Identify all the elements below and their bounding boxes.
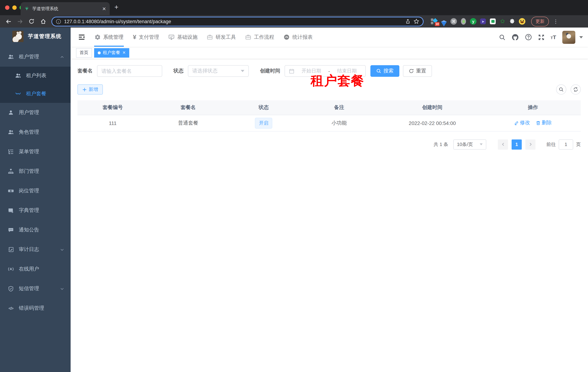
bookmark-star-icon[interactable] [413,19,419,24]
browser-tab[interactable]: 芋道管理系统 ✕ [21,2,110,15]
package-icon [15,91,21,97]
col-remark: 备注 [299,100,379,115]
sidebar-collapse-icon[interactable] [76,32,87,43]
app-title: 芋道管理系统 [28,33,62,40]
page-size-select[interactable]: 10条/页 [453,139,486,149]
topnav-item-dev-tools[interactable]: 研发工具 [202,28,241,47]
extension-y-icon[interactable]: y [470,18,476,25]
status-label: 状态 [173,68,184,74]
col-created: 创建时间 [379,100,485,115]
reset-button[interactable]: 重置 [403,65,432,77]
users-icon [8,54,14,60]
share-icon[interactable] [405,19,410,24]
close-window-button[interactable] [5,5,10,10]
site-info-icon[interactable] [56,19,61,24]
avatar-caret-icon[interactable] [579,36,583,38]
url-text[interactable]: 127.0.0.1:48080/admin-ui/system/tenant/p… [64,19,402,24]
forward-button[interactable] [15,17,25,26]
extension-shield-icon[interactable]: ➤ [480,18,486,25]
sidebar-item-menu-management[interactable]: 菜单管理 [0,142,71,161]
sidebar-item-online-users[interactable]: 在线用户 [0,259,71,279]
next-page-button[interactable] [525,139,536,149]
sidebar-item-error-code-management[interactable]: </> 错误码管理 [0,298,71,318]
home-button[interactable] [38,17,48,26]
sidebar-menu: 租户管理 租户列表 [0,47,71,318]
user-avatar[interactable] [562,31,575,44]
extension-star-icon[interactable]: ✩ [499,18,506,25]
app-logo[interactable]: 芋道管理系统 [0,28,71,45]
sidebar-item-notice-announcement[interactable]: 通知公告 [0,220,71,240]
fullscreen-icon[interactable] [538,34,544,40]
extension-oval-icon[interactable] [460,18,467,25]
sidebar-item-tenant-list[interactable]: 租户列表 [0,67,71,85]
edit-link[interactable]: 修改 [514,120,530,126]
font-size-icon[interactable]: TT [551,34,556,40]
tab-close-icon[interactable]: ✕ [102,6,106,11]
new-tab-button[interactable]: + [115,3,118,11]
status-select[interactable]: 请选择状态 [188,65,249,77]
prev-page-button[interactable] [498,139,508,149]
col-package-name: 套餐名 [148,100,229,115]
extension-chat-icon[interactable] [490,18,496,25]
search-icon [376,68,381,74]
extension-command-icon[interactable]: ⌘ [451,18,457,25]
back-button[interactable] [4,17,13,26]
reload-button[interactable] [27,17,36,26]
tab-title: 芋道管理系统 [32,6,99,12]
sidebar-item-label: 错误码管理 [19,305,44,311]
topnav-item-payment[interactable]: ¥ 支付管理 [128,28,164,47]
sidebar-item-role-management[interactable]: 角色管理 [0,122,71,142]
topnav-item-system[interactable]: 系统管理 [90,28,128,47]
tags-view-bar: 首页 租户套餐 ✕ [71,47,588,59]
tag-close-icon[interactable]: ✕ [122,50,126,55]
topnav-item-workflow[interactable]: 工作流程 [241,28,279,47]
search-button[interactable]: 搜索 [370,65,399,77]
extension-gem-icon[interactable] [441,18,447,25]
sidebar-item-label: 角色管理 [19,129,39,136]
sidebar-item-department-management[interactable]: 部门管理 [0,161,71,181]
sidebar-item-audit-log[interactable]: 审计日志 [0,240,71,259]
sidebar-item-dictionary-management[interactable]: 字典管理 [0,201,71,220]
org-tree-icon [8,169,14,174]
col-package-id: 套餐编号 [77,100,148,115]
roles-icon [8,129,14,135]
github-icon[interactable] [511,33,519,41]
browser-update-button[interactable]: 更新 [531,16,549,26]
tag-label: 租户套餐 [103,50,120,56]
calendar-icon [289,68,294,74]
sidebar: 芋道管理系统 租户管理 租 [0,28,71,372]
sidebar-item-user-management[interactable]: 用户管理 [0,103,71,122]
sidebar-item-post-management[interactable]: 岗位管理 [0,181,71,201]
package-table: 套餐编号 套餐名 状态 备注 创建时间 操作 111 普通套餐 开启 [77,100,581,131]
topnav-item-reports[interactable]: 统计报表 [279,28,317,47]
app-frame: 芋道管理系统 租户管理 租 [0,28,588,372]
goto-page-input[interactable] [559,139,573,149]
browser-menu-icon[interactable]: ⋮ [553,19,558,24]
delete-link[interactable]: 删除 [536,120,552,126]
logo-rabbit-image [12,31,23,42]
refresh-table-button[interactable] [571,85,581,95]
add-button[interactable]: 新增 [77,85,103,95]
search-icon[interactable] [499,34,505,40]
minimize-window-button[interactable] [12,5,17,10]
topnav-item-infrastructure[interactable]: 基础设施 [164,28,202,47]
url-bar[interactable]: 127.0.0.1:48080/admin-ui/system/tenant/p… [52,16,424,26]
sidebar-item-sms-management[interactable]: 短信管理 [0,279,71,298]
show-search-icon-button[interactable] [556,85,566,95]
sidebar-item-label: 部门管理 [19,168,39,175]
sidebar-item-tenant-package[interactable]: 租户套餐 [0,85,71,103]
help-icon[interactable] [525,34,532,41]
package-name-input[interactable] [101,68,158,74]
extension-blue-diamond-icon[interactable]: 10 [431,18,437,25]
shield-check-icon [8,286,14,292]
tag-tenant-package[interactable]: 租户套餐 ✕ [94,48,129,57]
sidebar-item-label: 租户套餐 [26,91,46,97]
page-number-current[interactable]: 1 [512,139,522,149]
pencil-icon [514,121,519,125]
extension-puzzle-icon[interactable] [509,18,515,25]
extension-emoji-icon[interactable] [519,18,525,25]
sidebar-item-tenant-management[interactable]: 租户管理 [0,47,71,67]
page-size-value: 10条/页 [457,141,473,148]
tag-home[interactable]: 首页 [76,48,92,57]
package-name-input-wrap [97,65,162,77]
